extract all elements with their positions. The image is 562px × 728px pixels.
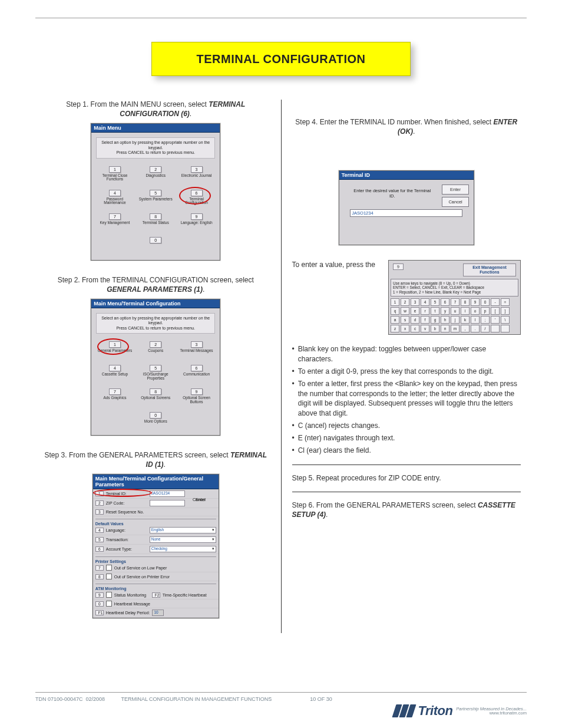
kb-key[interactable]: y — [441, 307, 449, 315]
kb-key[interactable]: m — [451, 325, 459, 332]
kb-exit-button[interactable]: Exit Management Functions — [463, 263, 516, 276]
kb-key[interactable]: j — [451, 316, 459, 324]
kb-key[interactable]: n — [441, 325, 449, 332]
mm-key-7[interactable]: 7 — [109, 213, 121, 220]
gp-transaction-select[interactable]: None — [150, 536, 216, 543]
tc-key-2[interactable]: 2 — [150, 341, 161, 348]
kb-key[interactable]: r — [421, 307, 429, 315]
gp-key-f1[interactable]: F1 — [95, 610, 104, 615]
kb-key[interactable]: b — [431, 325, 439, 332]
tid-input-field[interactable]: JASO1234 — [350, 209, 462, 217]
tc-key-6[interactable]: 6 — [191, 365, 203, 371]
kb-key[interactable]: / — [481, 325, 490, 332]
kb-key-9[interactable]: 9 — [393, 263, 404, 270]
kb-key[interactable]: q — [391, 307, 399, 315]
kb-key[interactable]: 4 — [421, 298, 429, 306]
tc-label-5: ISO/Surcharge Properties — [137, 373, 174, 381]
gp-printererror-checkbox[interactable] — [106, 574, 112, 579]
kb-key[interactable]: c — [411, 325, 419, 332]
mm-key-8[interactable]: 8 — [150, 213, 161, 220]
gp-lowpaper-checkbox[interactable] — [106, 565, 112, 571]
kb-key[interactable]: f — [421, 316, 429, 324]
kb-key[interactable]: \ — [501, 316, 510, 324]
kb-key[interactable]: 6 — [441, 298, 449, 306]
kb-key[interactable]: x — [401, 325, 409, 332]
gp-language-select[interactable]: English — [150, 527, 216, 533]
kb-key[interactable]: s — [401, 316, 409, 324]
tc-key-5[interactable]: 5 — [150, 365, 161, 371]
kb-key[interactable]: u — [451, 307, 459, 315]
kb-key[interactable]: k — [461, 316, 470, 324]
kb-key[interactable]: ' — [491, 316, 500, 324]
kb-key[interactable]: l — [471, 316, 480, 324]
gp-hbd-field[interactable]: 10 — [152, 610, 164, 616]
gp-account-type-select[interactable]: Checking — [150, 546, 216, 552]
gp-key-0b[interactable]: 0 — [95, 601, 104, 607]
kb-key[interactable] — [491, 325, 500, 332]
gp-terminal-id-field[interactable]: JASO1234 — [150, 490, 185, 497]
mm-key-4[interactable]: 4 — [109, 190, 121, 196]
kb-key[interactable]: [ — [491, 307, 500, 315]
tc-key-7[interactable]: 7 — [109, 388, 121, 395]
kb-key[interactable]: h — [441, 316, 449, 324]
gp-key-7[interactable]: 7 — [95, 565, 104, 571]
kb-key[interactable]: = — [501, 298, 510, 306]
mm-key-6[interactable]: 6 — [191, 190, 203, 196]
kb-key[interactable]: p — [481, 307, 490, 315]
kb-key[interactable]: e — [411, 307, 419, 315]
mm-key-1[interactable]: 1 — [109, 166, 121, 173]
kb-key[interactable]: - — [491, 298, 500, 306]
kb-key[interactable]: 7 — [451, 298, 459, 306]
terminal-config-screenshot: Main Menu/Terminal Configuration Select … — [91, 299, 220, 436]
tc-key-8[interactable]: 8 — [150, 388, 161, 395]
kb-key[interactable] — [501, 325, 510, 332]
tc-key-4[interactable]: 4 — [109, 365, 121, 371]
mm-key-9[interactable]: 9 — [191, 213, 203, 220]
tc-key-1[interactable]: 1 — [109, 341, 121, 348]
mm-key-0[interactable]: 0 — [150, 237, 161, 243]
kb-key[interactable]: t — [431, 307, 439, 315]
kb-key[interactable]: ] — [501, 307, 510, 315]
kb-key[interactable]: 2 — [401, 298, 409, 306]
mm-key-2[interactable]: 2 — [150, 166, 161, 173]
kb-key[interactable]: . — [471, 325, 480, 332]
gp-terminal-id-label: Teminal ID: — [106, 492, 147, 496]
tc-key-0[interactable]: 0 — [150, 412, 161, 419]
tid-cancel-button[interactable]: Cancel — [442, 197, 468, 207]
kb-key[interactable]: 1 — [391, 298, 399, 306]
kb-key[interactable]: 8 — [461, 298, 470, 306]
kb-key[interactable]: a — [391, 316, 399, 324]
gp-status-checkbox[interactable] — [106, 592, 112, 598]
kb-key[interactable]: w — [401, 307, 409, 315]
kb-key[interactable]: o — [471, 307, 480, 315]
kb-key[interactable]: v — [421, 325, 429, 332]
kb-key[interactable]: 5 — [431, 298, 439, 306]
kb-key[interactable]: 9 — [471, 298, 480, 306]
kb-key[interactable]: ; — [481, 316, 490, 324]
gp-key-6[interactable]: 6 — [95, 546, 104, 552]
tc-key-3[interactable]: 3 — [191, 341, 203, 348]
mm-key-3[interactable]: 3 — [191, 166, 203, 173]
kb-key[interactable]: g — [431, 316, 439, 324]
gp-heartbeat-checkbox[interactable] — [106, 601, 112, 607]
tid-message: Enter the desired value for the Terminal… — [351, 188, 434, 199]
gp-key-2[interactable]: 2 — [95, 500, 104, 506]
kb-key[interactable]: 3 — [411, 298, 419, 306]
kb-key[interactable]: z — [391, 325, 399, 332]
kb-key[interactable]: 0 — [481, 298, 490, 306]
tid-enter-button[interactable]: Enter — [442, 185, 468, 195]
gp-zip-field[interactable] — [150, 500, 185, 506]
gp-key-3[interactable]: 3 — [95, 509, 104, 515]
kb-key[interactable]: d — [411, 316, 419, 324]
mm-key-5[interactable]: 5 — [150, 190, 161, 196]
gp-key-1[interactable]: 1 — [95, 491, 104, 496]
gp-key-f2[interactable]: F2 — [152, 592, 160, 598]
tc-key-9[interactable]: 9 — [191, 388, 203, 395]
gp-key-5[interactable]: 5 — [95, 537, 104, 542]
gp-key-9[interactable]: 9 — [95, 592, 104, 598]
kb-key[interactable]: i — [461, 307, 470, 315]
gp-key-4[interactable]: 4 — [95, 528, 104, 533]
gp-key-8[interactable]: 8 — [95, 574, 104, 579]
kb-key[interactable]: , — [461, 325, 470, 332]
bullet-3: C (ancel) rejects changes. — [298, 421, 380, 431]
